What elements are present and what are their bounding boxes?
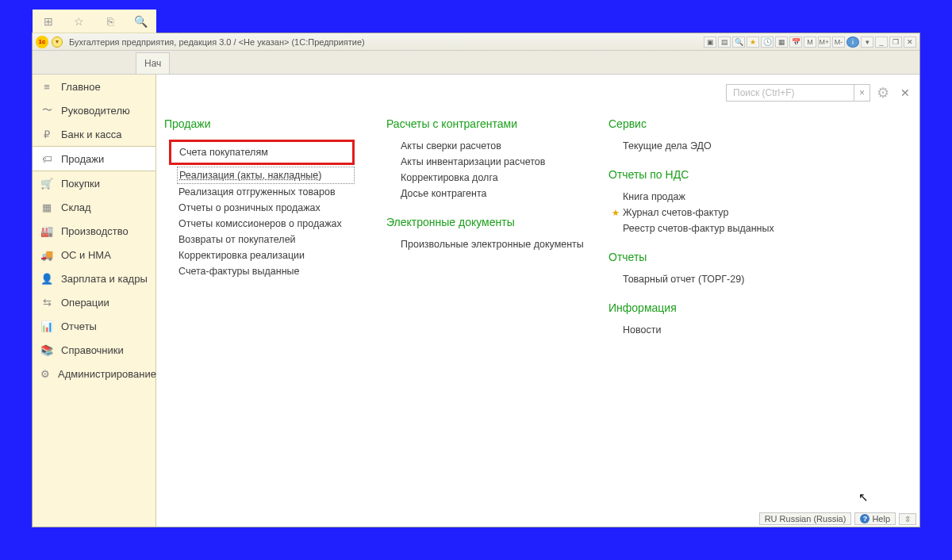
- favorite-icon[interactable]: ★: [747, 36, 759, 48]
- cart-icon: 🛒: [40, 177, 53, 190]
- link-debt-adjustment[interactable]: Корректировка долга: [386, 170, 577, 186]
- sidebar-label: Зарплата и кадры: [61, 273, 148, 285]
- link-returns[interactable]: Возвраты от покупателей: [164, 232, 355, 247]
- search-icon[interactable]: 🔍: [134, 14, 148, 29]
- search-clear-icon[interactable]: ×: [854, 85, 869, 101]
- scroll-indicator-icon[interactable]: ⇳: [899, 513, 916, 525]
- grid-icon[interactable]: ⊞: [41, 14, 56, 29]
- maximize-icon[interactable]: ❐: [889, 36, 902, 48]
- section-title-settlements[interactable]: Расчеты с контрагентами: [386, 117, 577, 130]
- sidebar-item-reports[interactable]: 📊Отчеты: [33, 314, 155, 338]
- sidebar-item-warehouse[interactable]: ▦Склад: [33, 195, 155, 219]
- sidebar-item-sales[interactable]: 🏷Продажи: [33, 146, 155, 171]
- section-title-edocs[interactable]: Электронные документы: [386, 216, 577, 228]
- mem-mplus[interactable]: M+: [818, 36, 831, 48]
- close-icon[interactable]: ✕: [904, 36, 916, 48]
- sidebar-item-payroll[interactable]: 👤Зарплата и кадры: [33, 267, 155, 290]
- tab-start[interactable]: Нач: [136, 52, 170, 74]
- section-title-info[interactable]: Информация: [608, 301, 783, 314]
- mem-mminus[interactable]: M-: [832, 36, 845, 48]
- truck-icon: 🚚: [40, 248, 53, 261]
- link-counterparty-dossier[interactable]: Досье контрагента: [386, 186, 577, 201]
- history-icon[interactable]: 🕓: [761, 36, 774, 48]
- tag-icon: 🏷: [40, 152, 53, 165]
- sidebar-item-directories[interactable]: 📚Справочники: [33, 338, 155, 362]
- link-reconciliation[interactable]: Акты сверки расчетов: [386, 138, 577, 154]
- books-icon: 📚: [40, 343, 53, 356]
- content-area: ≡Главное 〜Руководителю ₽Банк и касса 🏷Пр…: [33, 75, 919, 527]
- sidebar-label: Покупки: [61, 178, 100, 190]
- section-title-reports[interactable]: Отчеты: [608, 251, 783, 263]
- settings-icon[interactable]: ⚙: [877, 84, 889, 102]
- link-invoices-issued[interactable]: Счета-фактуры выданные: [164, 263, 355, 279]
- sidebar-item-manager[interactable]: 〜Руководителю: [33, 98, 155, 122]
- gear-icon: ⚙: [40, 367, 50, 380]
- window-controls: ▣ ▤ 🔍 ★ 🕓 ▦ 📅 M M+ M- i ▾ _ ❐ ✕: [704, 36, 916, 48]
- calculator-icon[interactable]: ▦: [775, 36, 788, 48]
- toolbar-btn-3[interactable]: 🔍: [732, 36, 745, 48]
- toolbar-btn-1[interactable]: ▣: [704, 36, 716, 48]
- link-invoice-journal[interactable]: Журнал счетов-фактур: [623, 205, 728, 221]
- sidebar-item-admin[interactable]: ⚙Администрирование: [33, 362, 155, 385]
- section-title-vat-reports[interactable]: Отчеты по НДС: [608, 168, 783, 181]
- link-retail-reports[interactable]: Отчеты о розничных продажах: [164, 200, 355, 216]
- tabs-bar: ⊞ ☆ ⎘ 🔍 Нач: [33, 51, 919, 75]
- sidebar-label: Продажи: [61, 153, 104, 165]
- calendar-icon[interactable]: 📅: [789, 36, 802, 48]
- sidebar-item-operations[interactable]: ⇆Операции: [33, 290, 155, 314]
- search-input[interactable]: [727, 87, 854, 98]
- search-box: ×: [726, 84, 870, 102]
- toolbar-btn-2[interactable]: ▤: [718, 36, 731, 48]
- link-edo-current[interactable]: Текущие дела ЭДО: [608, 138, 783, 154]
- link-sales-book[interactable]: Книга продаж: [608, 189, 783, 205]
- link-inventory-settlements[interactable]: Акты инвентаризации расчетов: [386, 154, 577, 170]
- titlebar: 1c ▾ Бухгалтерия предприятия, редакция 3…: [33, 33, 919, 51]
- sidebar-label: Главное: [61, 81, 101, 93]
- mem-m[interactable]: M: [804, 36, 816, 48]
- panel-close-icon[interactable]: ✕: [900, 86, 910, 99]
- sidebar: ≡Главное 〜Руководителю ₽Банк и касса 🏷Пр…: [33, 75, 156, 527]
- favorite-star-icon: ★: [612, 208, 620, 218]
- help-icon: ?: [860, 514, 869, 524]
- link-shipped-goods[interactable]: Реализация отгруженных товаров: [164, 184, 355, 200]
- minimize-icon[interactable]: _: [875, 36, 888, 48]
- link-invoice-registry[interactable]: Реестр счетов-фактур выданных: [608, 221, 783, 236]
- section-title-service[interactable]: Сервис: [608, 117, 783, 130]
- help-button[interactable]: ? Help: [854, 512, 896, 525]
- sidebar-item-main[interactable]: ≡Главное: [33, 75, 155, 98]
- column-settlements: Расчеты с контрагентами Акты сверки расч…: [386, 114, 577, 519]
- section-columns: Продажи Счета покупателям Реализация (ак…: [156, 75, 919, 527]
- link-correction[interactable]: Корректировка реализации: [164, 247, 355, 263]
- trend-icon: 〜: [40, 104, 53, 117]
- sidebar-item-purchases[interactable]: 🛒Покупки: [33, 171, 155, 195]
- link-invoices-highlighted[interactable]: Счета покупателям: [169, 140, 355, 165]
- dropdown-icon[interactable]: ▾: [861, 36, 873, 48]
- link-arbitrary-edocs[interactable]: Произвольные электронные документы: [386, 236, 577, 252]
- star-icon[interactable]: ☆: [72, 14, 86, 29]
- main-panel: × ⚙ ✕ Продажи Счета покупателям Реализац…: [156, 75, 919, 527]
- sidebar-label: Справочники: [61, 344, 124, 356]
- list-icon: ≡: [40, 80, 53, 93]
- factory-icon: 🏭: [40, 224, 53, 237]
- sidebar-label: ОС и НМА: [61, 249, 111, 261]
- help-label: Help: [872, 514, 890, 524]
- clipboard-icon[interactable]: ⎘: [103, 14, 117, 29]
- sidebar-label: Операции: [61, 297, 109, 309]
- app-menu-dropdown-icon[interactable]: ▾: [52, 36, 63, 48]
- panel-top-controls: × ⚙ ✕: [726, 84, 910, 102]
- link-realization[interactable]: Реализация (акты, накладные): [177, 167, 355, 184]
- sidebar-item-assets[interactable]: 🚚ОС и НМА: [33, 243, 155, 267]
- person-icon: 👤: [40, 272, 53, 285]
- chart-icon: 📊: [40, 320, 53, 332]
- language-indicator[interactable]: RU Russian (Russia): [759, 512, 852, 525]
- sidebar-item-bank[interactable]: ₽Банк и касса: [33, 122, 155, 146]
- info-icon[interactable]: i: [846, 36, 859, 48]
- link-torg29[interactable]: Товарный отчет (ТОРГ-29): [608, 271, 783, 287]
- sidebar-item-production[interactable]: 🏭Производство: [33, 219, 155, 243]
- link-commission-reports[interactable]: Отчеты комиссионеров о продажах: [164, 216, 355, 232]
- sidebar-label: Отчеты: [61, 320, 97, 332]
- link-news[interactable]: Новости: [608, 322, 783, 338]
- sidebar-label: Банк и касса: [61, 128, 122, 140]
- section-title-sales[interactable]: Продажи: [164, 117, 355, 130]
- app-icon[interactable]: 1c: [36, 36, 48, 48]
